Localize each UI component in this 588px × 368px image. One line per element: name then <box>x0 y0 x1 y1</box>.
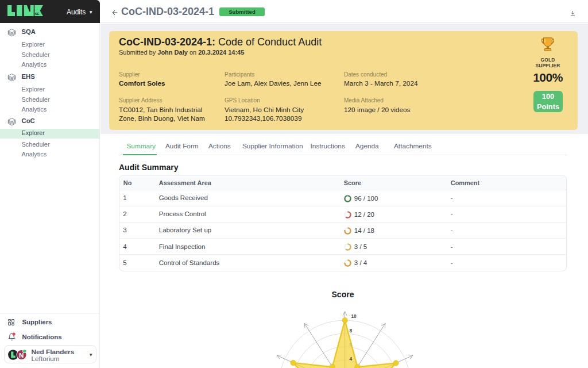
svg-text:SE: SE <box>35 12 40 16</box>
svg-text:N: N <box>19 351 24 358</box>
svg-text:10: 10 <box>351 313 357 319</box>
svg-text:8: 8 <box>350 328 353 334</box>
svg-text:4: 4 <box>350 356 353 362</box>
svg-text:6: 6 <box>350 342 353 347</box>
